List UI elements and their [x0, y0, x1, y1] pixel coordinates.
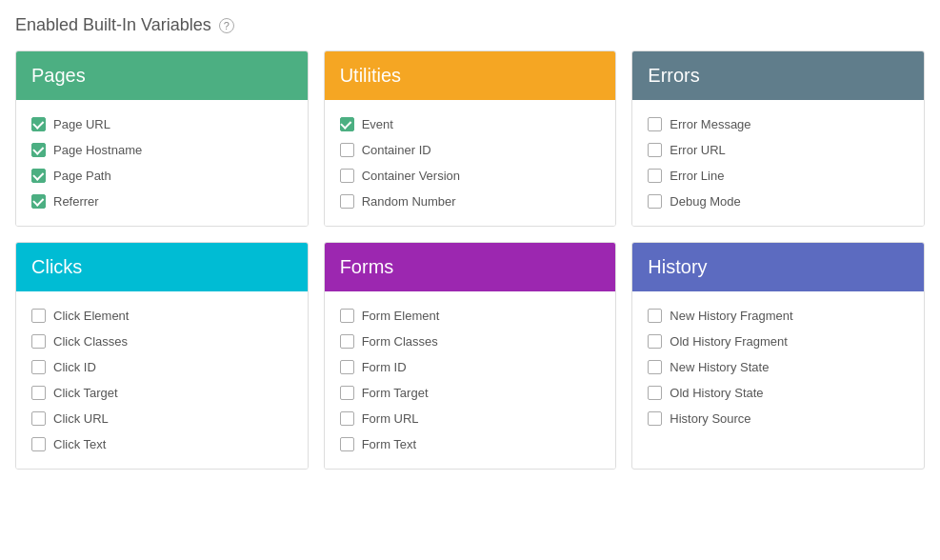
checkbox-item[interactable]: Old History State	[648, 380, 909, 406]
checkbox-pages-3[interactable]	[31, 194, 46, 209]
checkbox-utilities-3[interactable]	[340, 194, 354, 209]
checkbox-forms-2[interactable]	[340, 360, 354, 374]
checkbox-pages-2[interactable]	[31, 169, 46, 183]
card-history: HistoryNew History FragmentOld History F…	[631, 242, 925, 470]
checkbox-history-1[interactable]	[648, 334, 662, 349]
checkbox-label: Random Number	[362, 194, 456, 209]
checkbox-utilities-0[interactable]	[340, 117, 354, 131]
checkbox-label: Page Hostname	[53, 143, 142, 157]
checkbox-label: Old History Fragment	[670, 334, 788, 349]
checkbox-clicks-3[interactable]	[31, 386, 46, 400]
checkbox-item[interactable]: History Source	[648, 406, 909, 431]
checkbox-label: Page URL	[53, 117, 110, 131]
checkbox-errors-3[interactable]	[648, 194, 662, 209]
checkbox-label: Old History State	[670, 386, 763, 400]
checkbox-item[interactable]: New History Fragment	[648, 303, 909, 329]
checkbox-label: Click Text	[53, 437, 106, 451]
checkbox-history-0[interactable]	[648, 309, 662, 323]
checkbox-item[interactable]: Click Text	[31, 431, 292, 457]
checkbox-item[interactable]: Form URL	[340, 406, 601, 431]
checkbox-label: Debug Mode	[670, 194, 740, 209]
checkbox-item[interactable]: Form Text	[340, 431, 601, 457]
card-header-forms: Forms	[325, 243, 616, 291]
checkbox-item[interactable]: Click Classes	[31, 329, 292, 354]
checkbox-label: Error URL	[670, 143, 726, 157]
card-clicks: ClicksClick ElementClick ClassesClick ID…	[15, 242, 309, 470]
checkbox-forms-1[interactable]	[340, 334, 354, 349]
checkbox-item[interactable]: New History State	[648, 354, 909, 380]
checkbox-item[interactable]: Click Element	[31, 303, 292, 329]
card-header-errors: Errors	[632, 51, 924, 100]
checkbox-forms-0[interactable]	[340, 309, 354, 323]
checkbox-label: Form ID	[362, 360, 407, 374]
checkbox-item[interactable]: Error Line	[648, 163, 909, 189]
card-header-utilities: Utilities	[325, 51, 616, 100]
checkbox-label: Form Element	[362, 309, 440, 323]
checkbox-item[interactable]: Referrer	[31, 189, 292, 214]
checkbox-errors-2[interactable]	[648, 169, 662, 183]
checkbox-label: Error Line	[670, 169, 724, 183]
checkbox-history-4[interactable]	[648, 411, 662, 426]
checkbox-label: Container Version	[362, 169, 460, 183]
checkbox-label: Form Classes	[362, 334, 438, 349]
checkbox-label: Click URL	[53, 411, 109, 426]
checkbox-item[interactable]: Form Classes	[340, 329, 601, 354]
checkbox-label: Referrer	[53, 194, 99, 209]
checkbox-forms-4[interactable]	[340, 411, 354, 426]
checkbox-utilities-2[interactable]	[340, 169, 354, 183]
checkbox-clicks-4[interactable]	[31, 411, 46, 426]
checkbox-forms-5[interactable]	[340, 437, 354, 451]
checkbox-item[interactable]: Click Target	[31, 380, 292, 406]
checkbox-clicks-2[interactable]	[31, 360, 46, 374]
checkbox-item[interactable]: Old History Fragment	[648, 329, 909, 354]
checkbox-label: Form Target	[362, 386, 429, 400]
variables-grid: PagesPage URLPage HostnamePage PathRefer…	[15, 50, 925, 470]
card-pages: PagesPage URLPage HostnamePage PathRefer…	[15, 50, 309, 227]
card-utilities: UtilitiesEventContainer IDContainer Vers…	[324, 50, 617, 227]
checkbox-item[interactable]: Page Path	[31, 163, 292, 189]
checkbox-label: Form URL	[362, 411, 419, 426]
checkbox-item[interactable]: Error Message	[648, 111, 909, 137]
checkbox-item[interactable]: Click ID	[31, 354, 292, 380]
checkbox-errors-0[interactable]	[648, 117, 662, 131]
page-title: Enabled Built-In Variables	[15, 15, 211, 35]
checkbox-item[interactable]: Container ID	[340, 137, 601, 163]
checkbox-label: Event	[362, 117, 393, 131]
card-body-forms: Form ElementForm ClassesForm IDForm Targ…	[325, 291, 616, 469]
checkbox-label: New History State	[670, 360, 769, 374]
checkbox-errors-1[interactable]	[648, 143, 662, 157]
checkbox-pages-1[interactable]	[31, 143, 46, 157]
card-body-clicks: Click ElementClick ClassesClick IDClick …	[16, 291, 308, 469]
checkbox-clicks-0[interactable]	[31, 309, 46, 323]
card-header-clicks: Clicks	[16, 243, 308, 291]
checkbox-clicks-5[interactable]	[31, 437, 46, 451]
help-icon[interactable]: ?	[219, 18, 234, 33]
checkbox-item[interactable]: Click URL	[31, 406, 292, 431]
card-body-utilities: EventContainer IDContainer VersionRandom…	[325, 100, 616, 226]
checkbox-label: Error Message	[670, 117, 750, 131]
checkbox-item[interactable]: Form Target	[340, 380, 601, 406]
checkbox-item[interactable]: Random Number	[340, 189, 601, 214]
checkbox-item[interactable]: Form ID	[340, 354, 601, 380]
card-forms: FormsForm ElementForm ClassesForm IDForm…	[324, 242, 617, 470]
checkbox-label: Page Path	[53, 169, 111, 183]
checkbox-history-2[interactable]	[648, 360, 662, 374]
checkbox-item[interactable]: Form Element	[340, 303, 601, 329]
checkbox-item[interactable]: Container Version	[340, 163, 601, 189]
checkbox-label: Click Classes	[53, 334, 128, 349]
checkbox-utilities-1[interactable]	[340, 143, 354, 157]
checkbox-item[interactable]: Event	[340, 111, 601, 137]
card-body-pages: Page URLPage HostnamePage PathReferrer	[16, 100, 308, 226]
card-errors: ErrorsError MessageError URLError LineDe…	[631, 50, 925, 227]
checkbox-clicks-1[interactable]	[31, 334, 46, 349]
checkbox-item[interactable]: Debug Mode	[648, 189, 909, 214]
checkbox-item[interactable]: Page URL	[31, 111, 292, 137]
checkbox-label: Click Element	[53, 309, 129, 323]
checkbox-label: Form Text	[362, 437, 417, 451]
checkbox-item[interactable]: Error URL	[648, 137, 909, 163]
checkbox-history-3[interactable]	[648, 386, 662, 400]
checkbox-pages-0[interactable]	[31, 117, 46, 131]
checkbox-forms-3[interactable]	[340, 386, 354, 400]
checkbox-item[interactable]: Page Hostname	[31, 137, 292, 163]
checkbox-label: Click Target	[53, 386, 118, 400]
